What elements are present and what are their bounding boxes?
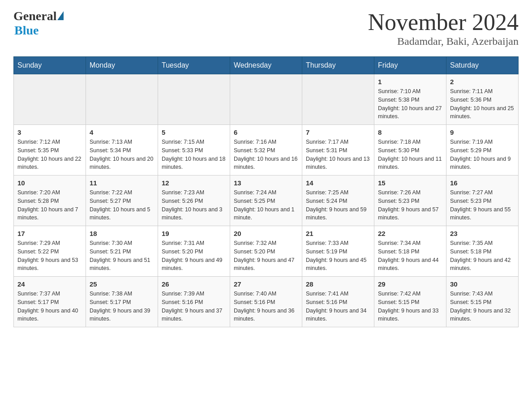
calendar-cell: 20Sunrise: 7:32 AM Sunset: 5:20 PM Dayli… [230, 226, 302, 277]
calendar-header-friday: Friday [374, 57, 446, 74]
day-info: Sunrise: 7:26 AM Sunset: 5:23 PM Dayligh… [378, 188, 442, 222]
day-info: Sunrise: 7:38 AM Sunset: 5:17 PM Dayligh… [90, 290, 154, 323]
day-number: 26 [162, 280, 226, 288]
day-number: 28 [306, 280, 370, 288]
calendar-cell [158, 74, 230, 125]
day-number: 20 [234, 230, 298, 237]
day-number: 13 [234, 179, 298, 187]
calendar-cell: 29Sunrise: 7:42 AM Sunset: 5:15 PM Dayli… [374, 277, 446, 327]
calendar-header-sunday: Sunday [14, 57, 86, 74]
day-number: 30 [450, 280, 515, 288]
day-number: 6 [234, 128, 298, 136]
day-info: Sunrise: 7:33 AM Sunset: 5:19 PM Dayligh… [306, 239, 370, 273]
day-number: 25 [90, 280, 154, 288]
calendar-cell: 10Sunrise: 7:20 AM Sunset: 5:28 PM Dayli… [14, 176, 86, 226]
day-info: Sunrise: 7:30 AM Sunset: 5:21 PM Dayligh… [90, 239, 154, 273]
calendar-cell: 3Sunrise: 7:12 AM Sunset: 5:35 PM Daylig… [14, 125, 86, 176]
day-info: Sunrise: 7:27 AM Sunset: 5:23 PM Dayligh… [450, 188, 515, 222]
day-info: Sunrise: 7:37 AM Sunset: 5:17 PM Dayligh… [17, 290, 82, 323]
day-number: 1 [378, 78, 442, 86]
calendar-cell: 6Sunrise: 7:16 AM Sunset: 5:32 PM Daylig… [230, 125, 302, 176]
calendar-table: SundayMondayTuesdayWednesdayThursdayFrid… [13, 56, 519, 327]
calendar-cell: 28Sunrise: 7:41 AM Sunset: 5:16 PM Dayli… [302, 277, 374, 327]
calendar-week-row: 3Sunrise: 7:12 AM Sunset: 5:35 PM Daylig… [14, 125, 519, 176]
day-info: Sunrise: 7:42 AM Sunset: 5:15 PM Dayligh… [378, 290, 442, 323]
month-title: November 2024 [368, 9, 519, 35]
calendar-cell: 2Sunrise: 7:11 AM Sunset: 5:36 PM Daylig… [446, 74, 519, 125]
calendar-header-tuesday: Tuesday [158, 57, 230, 74]
day-info: Sunrise: 7:19 AM Sunset: 5:29 PM Dayligh… [450, 138, 515, 171]
calendar-cell: 4Sunrise: 7:13 AM Sunset: 5:34 PM Daylig… [86, 125, 158, 176]
day-info: Sunrise: 7:17 AM Sunset: 5:31 PM Dayligh… [306, 138, 370, 171]
day-info: Sunrise: 7:13 AM Sunset: 5:34 PM Dayligh… [90, 138, 154, 171]
logo: General Blue [13, 9, 64, 38]
calendar-cell: 30Sunrise: 7:43 AM Sunset: 5:15 PM Dayli… [446, 277, 519, 327]
day-info: Sunrise: 7:12 AM Sunset: 5:35 PM Dayligh… [17, 138, 82, 171]
calendar-week-row: 24Sunrise: 7:37 AM Sunset: 5:17 PM Dayli… [14, 277, 519, 327]
calendar-week-row: 1Sunrise: 7:10 AM Sunset: 5:38 PM Daylig… [14, 74, 519, 125]
logo-triangle-icon [57, 11, 64, 20]
day-info: Sunrise: 7:20 AM Sunset: 5:28 PM Dayligh… [17, 188, 82, 222]
calendar-cell: 9Sunrise: 7:19 AM Sunset: 5:29 PM Daylig… [446, 125, 519, 176]
calendar-cell: 27Sunrise: 7:40 AM Sunset: 5:16 PM Dayli… [230, 277, 302, 327]
calendar-cell [14, 74, 86, 125]
calendar-cell: 8Sunrise: 7:18 AM Sunset: 5:30 PM Daylig… [374, 125, 446, 176]
day-info: Sunrise: 7:41 AM Sunset: 5:16 PM Dayligh… [306, 290, 370, 323]
day-number: 11 [90, 179, 154, 187]
calendar-cell [230, 74, 302, 125]
day-info: Sunrise: 7:40 AM Sunset: 5:16 PM Dayligh… [234, 290, 298, 323]
day-number: 29 [378, 280, 442, 288]
day-info: Sunrise: 7:18 AM Sunset: 5:30 PM Dayligh… [378, 138, 442, 171]
day-number: 21 [306, 230, 370, 237]
calendar-cell: 13Sunrise: 7:24 AM Sunset: 5:25 PM Dayli… [230, 176, 302, 226]
day-number: 17 [17, 230, 82, 237]
day-info: Sunrise: 7:31 AM Sunset: 5:20 PM Dayligh… [162, 239, 226, 273]
calendar-header-monday: Monday [86, 57, 158, 74]
day-info: Sunrise: 7:23 AM Sunset: 5:26 PM Dayligh… [162, 188, 226, 222]
calendar-week-row: 10Sunrise: 7:20 AM Sunset: 5:28 PM Dayli… [14, 176, 519, 226]
calendar-cell: 15Sunrise: 7:26 AM Sunset: 5:23 PM Dayli… [374, 176, 446, 226]
calendar-header-wednesday: Wednesday [230, 57, 302, 74]
day-number: 5 [162, 128, 226, 136]
day-info: Sunrise: 7:16 AM Sunset: 5:32 PM Dayligh… [234, 138, 298, 171]
day-number: 4 [90, 128, 154, 136]
calendar-cell: 21Sunrise: 7:33 AM Sunset: 5:19 PM Dayli… [302, 226, 374, 277]
calendar-cell: 7Sunrise: 7:17 AM Sunset: 5:31 PM Daylig… [302, 125, 374, 176]
day-info: Sunrise: 7:24 AM Sunset: 5:25 PM Dayligh… [234, 188, 298, 222]
day-number: 16 [450, 179, 515, 187]
day-info: Sunrise: 7:15 AM Sunset: 5:33 PM Dayligh… [162, 138, 226, 171]
day-number: 3 [17, 128, 82, 136]
calendar-cell: 16Sunrise: 7:27 AM Sunset: 5:23 PM Dayli… [446, 176, 519, 226]
page-header: General Blue November 2024 Badamdar, Bak… [13, 9, 519, 47]
day-info: Sunrise: 7:25 AM Sunset: 5:24 PM Dayligh… [306, 188, 370, 222]
day-number: 24 [17, 280, 82, 288]
day-number: 22 [378, 230, 442, 237]
title-section: November 2024 Badamdar, Baki, Azerbaijan [368, 9, 519, 47]
calendar-cell: 23Sunrise: 7:35 AM Sunset: 5:18 PM Dayli… [446, 226, 519, 277]
calendar-cell: 17Sunrise: 7:29 AM Sunset: 5:22 PM Dayli… [14, 226, 86, 277]
calendar-header-thursday: Thursday [302, 57, 374, 74]
day-number: 9 [450, 128, 515, 136]
day-info: Sunrise: 7:39 AM Sunset: 5:16 PM Dayligh… [162, 290, 226, 323]
logo-blue-text: Blue [14, 23, 39, 38]
day-number: 27 [234, 280, 298, 288]
day-info: Sunrise: 7:35 AM Sunset: 5:18 PM Dayligh… [450, 239, 515, 273]
calendar-header-row: SundayMondayTuesdayWednesdayThursdayFrid… [14, 57, 519, 74]
day-number: 18 [90, 230, 154, 237]
calendar-header-saturday: Saturday [446, 57, 519, 74]
day-info: Sunrise: 7:11 AM Sunset: 5:36 PM Dayligh… [450, 87, 515, 121]
calendar-cell: 22Sunrise: 7:34 AM Sunset: 5:18 PM Dayli… [374, 226, 446, 277]
day-info: Sunrise: 7:29 AM Sunset: 5:22 PM Dayligh… [17, 239, 82, 273]
calendar-cell: 14Sunrise: 7:25 AM Sunset: 5:24 PM Dayli… [302, 176, 374, 226]
day-number: 23 [450, 230, 515, 237]
calendar-cell: 5Sunrise: 7:15 AM Sunset: 5:33 PM Daylig… [158, 125, 230, 176]
calendar-cell: 24Sunrise: 7:37 AM Sunset: 5:17 PM Dayli… [14, 277, 86, 327]
day-number: 15 [378, 179, 442, 187]
day-info: Sunrise: 7:22 AM Sunset: 5:27 PM Dayligh… [90, 188, 154, 222]
day-number: 10 [17, 179, 82, 187]
day-info: Sunrise: 7:32 AM Sunset: 5:20 PM Dayligh… [234, 239, 298, 273]
calendar-cell: 11Sunrise: 7:22 AM Sunset: 5:27 PM Dayli… [86, 176, 158, 226]
day-number: 19 [162, 230, 226, 237]
calendar-cell: 1Sunrise: 7:10 AM Sunset: 5:38 PM Daylig… [374, 74, 446, 125]
logo-general-text: General [13, 9, 56, 23]
